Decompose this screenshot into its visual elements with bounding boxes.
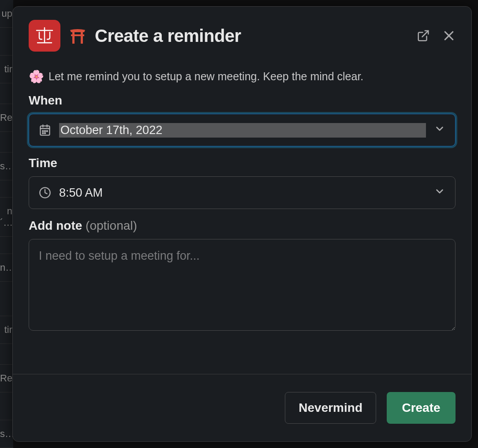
bg-text: n… [0, 254, 13, 282]
modal-title: Create a reminder [95, 26, 409, 46]
note-textarea[interactable] [29, 239, 456, 331]
bg-text: Re [0, 104, 13, 132]
calendar-icon [39, 124, 51, 136]
create-button[interactable]: Create [387, 392, 456, 424]
modal-header: Create a reminder [13, 7, 471, 60]
torii-gate-icon [68, 26, 87, 45]
bg-text [0, 180, 13, 198]
header-actions [417, 29, 456, 42]
svg-point-14 [42, 131, 43, 131]
svg-point-18 [45, 133, 45, 134]
time-field-group: Time 8:50 AM [29, 156, 456, 209]
bg-text: s… [0, 153, 13, 180]
bg-text: s… [0, 420, 13, 448]
modal-description: 🌸 Let me remind you to setup a new meeti… [29, 69, 456, 84]
bg-text [0, 237, 13, 254]
note-optional-text: (optional) [86, 219, 137, 232]
clock-icon [39, 187, 51, 199]
description-text: Let me remind you to setup a new meeting… [49, 70, 363, 83]
svg-rect-4 [72, 32, 75, 44]
time-label: Time [29, 156, 456, 170]
bg-text [0, 344, 13, 365]
bg-text [0, 83, 13, 104]
svg-point-15 [45, 131, 45, 131]
bg-text [0, 132, 13, 153]
flower-emoji-icon: 🌸 [29, 69, 44, 84]
app-icon [29, 20, 60, 52]
svg-point-17 [42, 133, 43, 134]
bg-text [0, 392, 13, 420]
bg-text: tir [0, 316, 13, 344]
modal-footer: Nevermind Create [13, 374, 471, 441]
note-label: Add note (optional) [29, 219, 456, 233]
when-value: October 17th, 2022 [59, 123, 426, 138]
when-field-group: When October 17th, 2022 [29, 93, 456, 146]
reminder-modal: Create a reminder 🌸 Let me remind you to… [12, 6, 472, 442]
bg-text: tir [0, 56, 13, 83]
chevron-down-icon [434, 186, 445, 200]
bg-text [0, 28, 13, 56]
when-date-picker[interactable]: October 17th, 2022 [29, 114, 456, 146]
note-label-text: Add note [29, 219, 82, 232]
note-field-group: Add note (optional) [29, 219, 456, 331]
svg-point-16 [47, 131, 48, 131]
close-button[interactable] [442, 29, 456, 42]
time-value: 8:50 AM [59, 186, 426, 200]
nevermind-button[interactable]: Nevermind [285, 392, 376, 424]
background-sidebar: up tir Re s… n´… n… tir Re s… [0, 0, 13, 448]
svg-line-7 [422, 31, 429, 37]
bg-text: n´… [0, 198, 13, 237]
modal-body: 🌸 Let me remind you to setup a new meeti… [13, 60, 471, 374]
time-picker[interactable]: 8:50 AM [29, 176, 456, 209]
svg-rect-5 [81, 32, 83, 44]
external-link-button[interactable] [417, 29, 430, 42]
bg-text: up [0, 0, 13, 28]
when-label: When [29, 93, 456, 108]
bg-text [0, 282, 13, 316]
svg-rect-6 [71, 34, 84, 36]
chevron-down-icon [434, 123, 445, 138]
bg-text: Re [0, 365, 13, 392]
